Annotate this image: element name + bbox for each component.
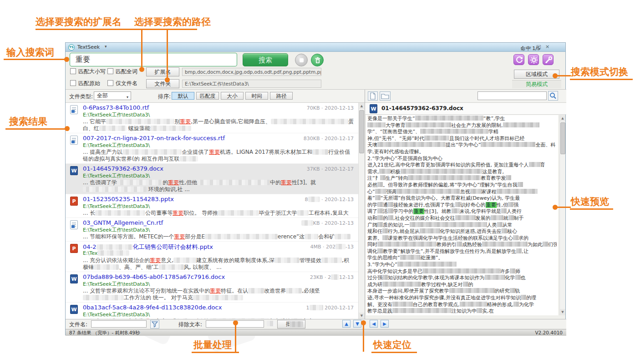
rtf-file-icon bbox=[70, 105, 78, 114]
result-row[interactable]: W23KB · 212-1307bda889-b639-4b65-ab0f-17… bbox=[66, 272, 358, 303]
sort-button-5[interactable]: 路径 bbox=[270, 92, 293, 100]
text-segment: 公司董事等 bbox=[145, 210, 173, 216]
text-segment: 就 bbox=[503, 215, 508, 221]
annotation-underline bbox=[570, 208, 613, 210]
text-segment: E:\TextSeek工作\testData3\ bbox=[83, 203, 150, 209]
search-button[interactable]: 搜索 bbox=[243, 53, 288, 66]
text-segment: 处漫溯”。 bbox=[421, 255, 443, 261]
censored-blur bbox=[510, 288, 515, 293]
simple-mode-link[interactable]: 简易模式 bbox=[512, 80, 561, 88]
text-segment: 的 bbox=[383, 215, 388, 221]
tools-button[interactable] bbox=[543, 54, 554, 65]
checkbox-match-raw[interactable]: 匹配原始 bbox=[70, 80, 100, 86]
stop-button[interactable] bbox=[295, 54, 308, 66]
clear-results-button[interactable] bbox=[311, 54, 324, 66]
search-input[interactable] bbox=[70, 53, 237, 66]
refresh-index-button[interactable] bbox=[513, 54, 524, 65]
checkbox-box[interactable] bbox=[70, 80, 76, 86]
result-row[interactable]: 70KB · 2020-12-130-6Pass73-84To100.rtfE:… bbox=[66, 103, 358, 133]
checkbox-box[interactable] bbox=[70, 68, 76, 74]
annotation-batch-label: 批量处理 bbox=[193, 339, 232, 351]
text-segment: 007-2017-cn-ligna-2017-on-track-for-succ… bbox=[83, 135, 225, 142]
text-segment: ,第一是心脑血管病,它能降血压、 bbox=[191, 118, 271, 125]
censored-blur bbox=[367, 122, 386, 127]
next-hit-button[interactable]: ▶ bbox=[381, 320, 389, 328]
scroll-down-arrow[interactable]: ▼ bbox=[359, 313, 365, 319]
result-row[interactable]: W37KB · 2020-12-1701-1464579362-6379.doc… bbox=[66, 164, 358, 194]
sort-button-4[interactable]: 时间 bbox=[245, 92, 268, 100]
text-segment: 轨 bbox=[515, 288, 520, 294]
text-segment: ,必须坚 bbox=[302, 288, 320, 294]
text-segment: 核心 bbox=[507, 228, 517, 234]
sort-button-2[interactable]: 匹配度 bbox=[196, 92, 219, 100]
preview-line: 学”、“匡衡凿壁借光”、学精 bbox=[367, 129, 557, 136]
text-segment: 管理提效 bbox=[300, 257, 321, 263]
results-scrollbar[interactable]: ▲ ▼ bbox=[358, 103, 365, 319]
filename-filter-input[interactable] bbox=[91, 320, 147, 328]
preview-scrollbar[interactable]: ▲ ▼ bbox=[559, 115, 565, 315]
sort-button-1[interactable]: 默认 bbox=[172, 92, 194, 100]
text-segment: 教师的引 bbox=[437, 242, 457, 248]
preview-search-input[interactable] bbox=[478, 91, 547, 100]
keyword-hit-highlight: 重要 bbox=[413, 208, 424, 214]
prev-result-button[interactable]: ▲ bbox=[342, 320, 351, 328]
result-row[interactable]: 830KB · 2020-12-17007-2017-cn-ligna-2017… bbox=[66, 133, 358, 164]
annotation-connector bbox=[363, 324, 364, 352]
result-filepath: E:\Tex bbox=[83, 250, 355, 257]
results-list: 70KB · 2020-12-130-6Pass73-84To100.rtfE:… bbox=[66, 103, 358, 319]
close-button[interactable]: × bbox=[544, 43, 551, 51]
checkbox-match-case[interactable]: 匹配大小写 bbox=[70, 68, 106, 75]
censored-blur bbox=[424, 136, 449, 141]
scrollbar-thumb[interactable] bbox=[560, 122, 565, 154]
checkbox-label: 匹配全词 bbox=[116, 68, 137, 75]
preview-line: 学生的思维向“处漫溯”。 bbox=[367, 255, 557, 262]
result-row[interactable]: P8 · 2020-12-1301-1523505235-1154283.ppt… bbox=[66, 194, 358, 218]
annotation-connector bbox=[167, 29, 168, 80]
censored-blur bbox=[497, 189, 538, 194]
text-segment: 提出“学为中心” bbox=[446, 142, 481, 148]
text-segment: 为如此 bbox=[528, 242, 543, 248]
preview-text[interactable]: 更像是一部关于学生““教”,学生大学教育社会生产力发展的限制,学”、“匡衡凿壁借… bbox=[366, 115, 558, 315]
censored-blur bbox=[460, 302, 487, 307]
open-document-button[interactable] bbox=[368, 91, 378, 101]
result-filepath: E:\TextSeek工作\testData3\ bbox=[83, 111, 355, 118]
extensions-button[interactable]: 扩展名 bbox=[146, 67, 179, 76]
filetype-dropdown[interactable]: 全部▾ bbox=[94, 91, 131, 100]
title-bar[interactable]: TS TextSeek ▾ – □ × bbox=[66, 43, 565, 52]
document-icon bbox=[368, 92, 377, 100]
scroll-up-arrow[interactable]: ▲ bbox=[359, 103, 365, 109]
title-caret-icon[interactable]: ▾ bbox=[105, 44, 107, 49]
open-folder-button[interactable] bbox=[380, 91, 391, 101]
text-segment: 积极 bbox=[391, 169, 401, 175]
keyword-hit-red: 重要 bbox=[210, 288, 221, 294]
checkbox-filename-only[interactable]: 仅文件名 bbox=[107, 80, 137, 86]
text-segment: 职位。 导师推 bbox=[183, 210, 218, 216]
sort-button-3[interactable]: 大小 bbox=[221, 92, 244, 100]
pane-divider bbox=[365, 90, 365, 329]
result-row[interactable]: W1 2020-12-170ba13acf-5ac8-4a28-9fe4-d11… bbox=[66, 303, 358, 319]
preview-line: 本身进一步追问,即使开展了探究教学的研究轨 bbox=[367, 288, 557, 295]
preview-search-button[interactable] bbox=[548, 91, 558, 101]
filename-filter-button[interactable] bbox=[150, 320, 159, 329]
gear-icon bbox=[529, 56, 538, 65]
checkbox-whole-word[interactable]: 匹配全词 bbox=[107, 68, 137, 75]
checkbox-box[interactable] bbox=[107, 80, 113, 86]
text-segment: · 2020-12-13 bbox=[320, 197, 354, 202]
prev-hit-button[interactable]: ◀ bbox=[370, 320, 378, 328]
word-file-icon: W bbox=[70, 305, 78, 314]
scroll-down-arrow[interactable]: ▼ bbox=[560, 309, 565, 315]
result-row[interactable]: P4MB · 202-1304-2化工销售公司研讨会材料.pptxE:\Tex.… bbox=[66, 242, 358, 272]
scroll-up-arrow[interactable]: ▲ bbox=[560, 115, 565, 121]
checkbox-box[interactable] bbox=[107, 68, 113, 74]
result-row[interactable]: KB · 2020-12-1303_GNTM_Allgemein_Cn.rtfE… bbox=[66, 218, 358, 242]
text-segment: 接经验来进行,也强调了学生 bbox=[393, 202, 455, 208]
settings-button[interactable] bbox=[528, 54, 539, 65]
folder-button[interactable]: 文件夹 bbox=[146, 79, 179, 88]
censored-blur bbox=[510, 268, 515, 273]
next-result-button[interactable]: ▼ bbox=[353, 320, 361, 328]
scrollbar-thumb[interactable] bbox=[359, 110, 364, 153]
batch-button[interactable]: 批量 bbox=[277, 320, 305, 329]
censored-blur bbox=[422, 268, 500, 273]
text-segment: 的 bbox=[468, 282, 473, 288]
result-filepath: E:\TextSeek工作\testData3\ bbox=[83, 203, 355, 209]
